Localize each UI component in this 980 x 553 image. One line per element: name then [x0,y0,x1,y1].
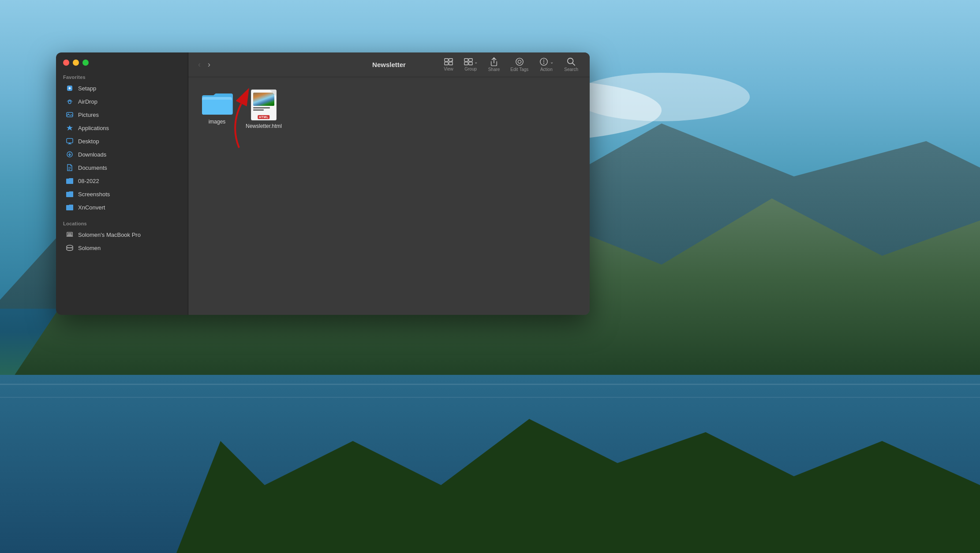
view-label: View [444,67,453,71]
action-label: Action [540,67,553,72]
svg-point-4 [573,73,750,121]
sidebar-item-screenshots[interactable]: Screenshots [59,188,185,200]
svg-rect-17 [68,144,71,144]
svg-rect-16 [69,143,71,144]
applications-icon [66,124,74,132]
toolbar-right-buttons: View ⌄ Group [439,56,583,74]
finder-toolbar: ‹ › Newsletter [188,52,590,77]
sidebar-item-pictures[interactable]: Pictures [59,108,185,121]
svg-rect-20 [68,168,71,169]
window-controls [56,52,188,71]
svg-rect-26 [445,59,448,61]
file-item-newsletter-html[interactable]: HTML Newsletter.html [244,86,284,134]
setapp-icon [66,84,74,92]
svg-point-37 [543,60,544,60]
svg-rect-21 [68,169,70,170]
sidebar-item-solomen-drive[interactable]: Solomen [59,242,185,254]
pictures-icon [66,111,74,119]
edit-tags-button[interactable]: Edit Tags [506,56,533,74]
file-area: images HTML Newsletter.html [188,77,590,315]
sidebar-item-downloads[interactable]: Downloads [59,148,185,161]
documents-icon [66,164,74,172]
sidebar-item-08-2022[interactable]: 08-2022 [59,175,185,187]
finder-sidebar: Favorites Setapp AirDrop [56,52,188,315]
finder-window: Favorites Setapp AirDrop [56,52,590,315]
group-button[interactable]: ⌄ Group [460,56,482,73]
minimize-button[interactable] [73,60,79,66]
file-item-images[interactable]: images [197,86,237,134]
svg-rect-13 [67,112,73,117]
laptop-icon [66,231,74,239]
sidebar-item-applications[interactable]: Applications [59,122,185,134]
sidebar-item-macbook-label: Solomen's MacBook Pro [78,232,141,238]
sidebar-item-setapp-label: Setapp [78,85,96,92]
desktop-icon [66,137,74,145]
svg-rect-28 [445,62,448,65]
svg-rect-32 [464,62,468,65]
svg-rect-33 [469,62,472,65]
svg-point-34 [516,58,523,65]
sidebar-item-macbook[interactable]: Solomen's MacBook Pro [59,228,185,241]
svg-point-12 [68,101,71,104]
share-button[interactable]: Share [484,56,505,74]
downloads-icon [66,150,74,158]
file-label-newsletter: Newsletter.html [246,123,282,130]
forward-button[interactable]: › [205,58,213,71]
sidebar-item-airdrop-label: AirDrop [78,98,97,105]
finder-main-content: ‹ › Newsletter [188,52,590,315]
maximize-button[interactable] [82,60,89,66]
sidebar-item-xnconvert-label: XnConvert [78,204,105,211]
back-button[interactable]: ‹ [195,58,203,71]
sidebar-item-xnconvert[interactable]: XnConvert [59,201,185,213]
sidebar-item-solomen-label: Solomen [78,245,101,251]
locations-label: Locations [56,217,188,228]
sidebar-item-applications-label: Applications [78,125,109,131]
favorites-label: Favorites [56,71,188,82]
edit-tags-icon [515,57,524,66]
file-label-images: images [209,119,226,126]
window-title: Newsletter [372,61,406,68]
back-forward-nav: ‹ › [195,58,213,71]
sidebar-item-desktop-label: Desktop [78,138,99,145]
action-button[interactable]: ⌄ Action [535,56,558,74]
folder-icon-xnconvert [66,203,74,211]
svg-point-25 [67,248,73,250]
svg-point-38 [543,61,544,62]
sidebar-item-desktop[interactable]: Desktop [59,135,185,147]
drive-icon [66,244,74,252]
svg-rect-23 [68,233,72,235]
sidebar-item-screenshots-label: Screenshots [78,191,110,198]
svg-rect-8 [0,384,980,385]
sidebar-item-setapp[interactable]: Setapp [59,82,185,94]
share-label: Share [488,67,500,72]
folder-icon-08-2022 [66,177,74,185]
search-label: Search [564,67,578,72]
share-icon [490,57,498,66]
svg-rect-9 [0,397,980,398]
sidebar-item-documents[interactable]: Documents [59,161,185,174]
svg-rect-19 [68,167,71,168]
folder-icon-images [201,90,233,116]
svg-rect-29 [449,62,453,65]
sidebar-item-08-2022-label: 08-2022 [78,178,99,184]
search-button[interactable]: Search [560,56,583,74]
svg-point-39 [543,63,544,64]
group-label: Group [464,67,477,71]
folder-icon-screenshots [66,190,74,198]
svg-rect-15 [67,138,73,143]
airdrop-icon [66,97,74,105]
search-icon [567,57,576,66]
view-icon [444,58,453,66]
edit-tags-label: Edit Tags [510,67,528,72]
svg-rect-30 [464,59,468,61]
view-button[interactable]: View [439,56,458,73]
svg-point-35 [518,60,521,63]
svg-line-41 [572,63,575,65]
action-icon: ⌄ [539,57,554,66]
html-file-icon: HTML [251,90,277,120]
svg-rect-31 [469,59,472,61]
sidebar-item-pictures-label: Pictures [78,112,99,118]
sidebar-item-airdrop[interactable]: AirDrop [59,95,185,108]
close-button[interactable] [63,60,69,66]
sidebar-item-documents-label: Documents [78,164,107,171]
